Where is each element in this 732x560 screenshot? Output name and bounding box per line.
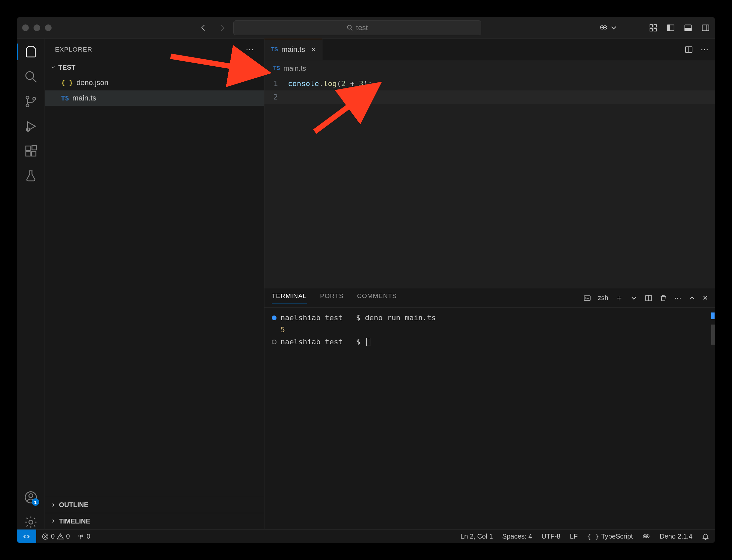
toggle-secondary-sidebar-icon[interactable] xyxy=(701,23,710,32)
back-icon[interactable] xyxy=(199,23,208,32)
file-item-deno-json[interactable]: { }deno.json xyxy=(45,75,264,90)
ts-file-icon: TS xyxy=(273,65,280,71)
trash-icon[interactable] xyxy=(659,294,667,302)
status-problems[interactable]: 0 0 xyxy=(42,533,70,540)
panel-tab-comments[interactable]: COMMENTS xyxy=(357,292,397,303)
title-bar-actions xyxy=(599,23,710,32)
panel-tab-ports[interactable]: PORTS xyxy=(320,292,344,303)
svg-rect-21 xyxy=(26,152,30,156)
language-label: TypeScript xyxy=(601,533,633,540)
line-number: 1 xyxy=(264,77,288,90)
split-editor-icon[interactable] xyxy=(684,45,693,54)
toggle-sidebar-icon[interactable] xyxy=(666,23,675,32)
close-window-icon[interactable] xyxy=(22,24,29,31)
close-tab-icon[interactable]: × xyxy=(311,45,315,54)
editor-line[interactable]: 1console.log(2 + 3); xyxy=(264,77,715,90)
activity-settings[interactable] xyxy=(24,515,38,529)
activity-explorer[interactable] xyxy=(24,45,38,59)
radio-tower-icon xyxy=(77,533,84,540)
status-ports[interactable]: 0 xyxy=(77,533,90,540)
activity-source-control[interactable] xyxy=(24,94,38,109)
activity-bar: 1 xyxy=(17,39,45,529)
more-actions-icon[interactable]: ⋯ xyxy=(700,45,709,54)
forward-icon[interactable] xyxy=(218,23,227,32)
svg-rect-22 xyxy=(31,152,36,156)
terminal-user: naelshiab xyxy=(281,312,320,324)
chevron-up-icon[interactable] xyxy=(688,294,696,302)
terminal-scroll-marker xyxy=(711,312,715,319)
git-branch-icon xyxy=(24,95,38,108)
editor-line[interactable]: 2 xyxy=(264,90,715,104)
svg-point-40 xyxy=(645,536,646,537)
remote-indicator[interactable] xyxy=(17,530,36,543)
editor-group: TS main.ts × ⋯ TS main.ts xyxy=(264,39,715,529)
code-content: console.log(2 + 3); xyxy=(288,77,372,90)
timeline-label: TIMELINE xyxy=(59,517,90,525)
status-language[interactable]: { } TypeScript xyxy=(587,533,633,541)
more-icon[interactable]: ⋯ xyxy=(674,294,681,302)
svg-rect-13 xyxy=(702,25,709,30)
sidebar-bottom: OUTLINE TIMELINE xyxy=(45,497,264,529)
ts-file-icon: TS xyxy=(271,47,278,53)
close-panel-icon[interactable]: × xyxy=(703,293,708,303)
search-placeholder: test xyxy=(356,23,368,32)
status-cursor-pos[interactable]: Ln 2, Col 1 xyxy=(461,533,493,540)
maximize-window-icon[interactable] xyxy=(45,24,52,31)
svg-rect-10 xyxy=(667,25,670,30)
split-terminal-icon[interactable] xyxy=(645,294,653,302)
tab-main-ts[interactable]: TS main.ts × xyxy=(264,39,322,60)
status-runtime[interactable]: Deno 2.1.4 xyxy=(660,533,692,540)
status-indent[interactable]: Spaces: 4 xyxy=(502,533,532,540)
terminal-line: naelshiab test $ xyxy=(272,336,708,348)
toggle-panel-icon[interactable] xyxy=(684,23,692,32)
panel-tab-terminal[interactable]: TERMINAL xyxy=(272,292,307,303)
folder-name: TEST xyxy=(58,64,75,71)
activity-extensions[interactable] xyxy=(24,144,38,158)
warning-icon xyxy=(57,533,64,540)
status-eol[interactable]: LF xyxy=(570,533,577,540)
copilot-status-icon[interactable] xyxy=(642,533,650,541)
command-center-search[interactable]: test xyxy=(233,20,481,35)
activity-testing[interactable] xyxy=(24,169,38,183)
code-editor[interactable]: 1console.log(2 + 3);2 xyxy=(264,76,715,288)
terminal-shell-label[interactable]: zsh xyxy=(598,294,608,302)
folder-header[interactable]: TEST xyxy=(45,60,264,74)
minimize-window-icon[interactable] xyxy=(34,24,40,31)
outline-section[interactable]: OUTLINE xyxy=(45,497,264,513)
terminal-scrollbar[interactable] xyxy=(711,325,715,345)
status-encoding[interactable]: UTF-8 xyxy=(542,533,561,540)
activity-search[interactable] xyxy=(24,70,38,84)
chevron-down-icon[interactable] xyxy=(630,294,638,302)
svg-point-17 xyxy=(26,104,28,107)
svg-point-18 xyxy=(33,97,35,100)
file-item-main-ts[interactable]: TSmain.ts xyxy=(45,90,264,106)
ports-count: 0 xyxy=(86,533,90,540)
prompt-bullet-icon xyxy=(272,340,277,344)
window-controls xyxy=(22,24,52,31)
extensions-icon xyxy=(24,144,38,158)
line-number: 2 xyxy=(264,90,288,104)
terminal-output: 5 xyxy=(272,324,285,336)
svg-rect-23 xyxy=(32,145,36,150)
activity-accounts[interactable]: 1 xyxy=(24,490,38,504)
new-terminal-icon[interactable] xyxy=(615,294,623,302)
bell-icon[interactable] xyxy=(702,533,709,540)
remote-icon xyxy=(22,532,31,541)
chevron-down-icon xyxy=(50,64,56,70)
layout-customize-icon[interactable] xyxy=(649,23,658,32)
terminal-profile-icon[interactable] xyxy=(583,294,591,302)
gear-icon xyxy=(24,515,38,529)
terminal-view[interactable]: naelshiab test $ deno run main.ts5naelsh… xyxy=(264,308,715,529)
breadcrumb[interactable]: TS main.ts xyxy=(264,60,715,76)
svg-rect-8 xyxy=(654,28,657,31)
files-icon xyxy=(24,45,38,59)
copilot-button[interactable] xyxy=(599,23,618,32)
prompt-bullet-icon xyxy=(272,316,277,320)
file-icon: TS xyxy=(61,94,69,102)
editor-actions: ⋯ xyxy=(684,39,715,60)
errors-count: 0 xyxy=(51,533,55,540)
timeline-section[interactable]: TIMELINE xyxy=(45,513,264,529)
file-name: deno.json xyxy=(76,78,108,87)
sidebar-more-icon[interactable]: ⋯ xyxy=(246,45,254,54)
activity-run-debug[interactable] xyxy=(24,119,38,133)
